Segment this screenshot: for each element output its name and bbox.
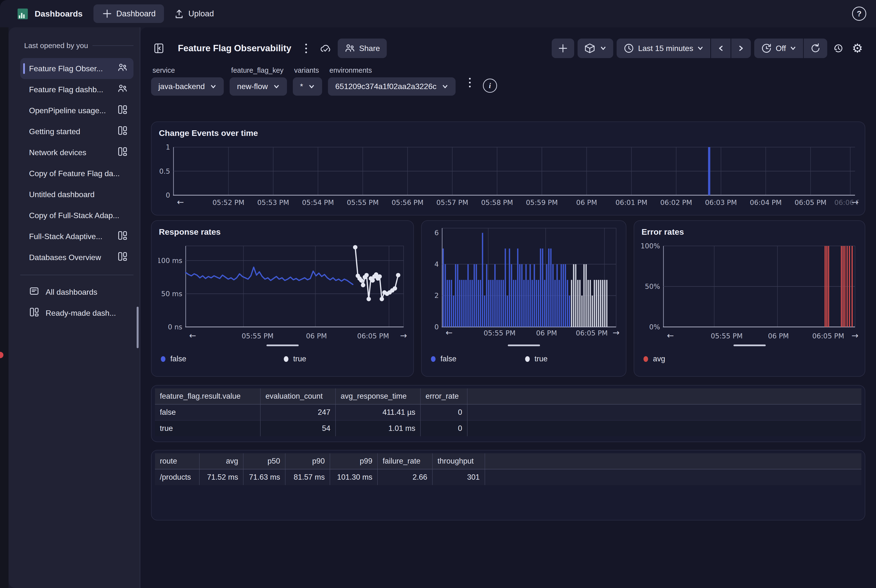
svg-text:05:56 PM: 05:56 PM	[392, 199, 424, 207]
filter-dropdown[interactable]: 651209c374a1f02aa2a3226c	[328, 77, 456, 96]
history-button[interactable]	[831, 39, 846, 58]
sidebar-scrollbar[interactable]	[136, 307, 139, 348]
dashboard-title: Feature Flag Observability	[178, 43, 291, 53]
filter-label: feature_flag_key	[231, 66, 287, 74]
error-rates-chart[interactable]: 0%50%100%05:55 PM06 PM06:05 PM←→	[641, 243, 859, 343]
timeframe-forward-button[interactable]	[731, 39, 751, 58]
sidebar-item-all-dashboards[interactable]: All dashboards	[20, 282, 134, 303]
legend-dot	[644, 356, 648, 362]
sidebar-item-dashboard[interactable]: Copy of Full-Stack Adap...	[20, 205, 134, 226]
upload-button[interactable]: Upload	[167, 4, 220, 23]
sidebar-divider	[20, 275, 134, 275]
svg-text:05:53 PM: 05:53 PM	[257, 199, 289, 207]
timeframe-label: Last 15 minutes	[638, 44, 693, 53]
evaluations-chart[interactable]: 024605:55 PM06 PM06:05 PM←→	[429, 226, 620, 338]
row-filler	[467, 420, 861, 436]
charts-row: Response rates 0 ns50 ms100 ms05:55 PM06…	[151, 220, 865, 377]
share-button[interactable]: Share	[338, 39, 387, 58]
dashboard-name: Network devices	[29, 148, 86, 157]
sidebar-item-dashboard[interactable]: Feature Flag dashb...	[20, 79, 134, 100]
svg-text:0 ns: 0 ns	[168, 323, 182, 331]
filter-label: service	[153, 66, 224, 74]
svg-text:06 PM: 06 PM	[576, 199, 597, 207]
legend-item-false[interactable]: false	[161, 354, 186, 363]
legend-item-false[interactable]: false	[431, 354, 456, 363]
column-header[interactable]: route	[155, 453, 200, 469]
tab-new-dashboard[interactable]: Dashboard	[93, 4, 164, 23]
filter-dropdown[interactable]: java-backend	[151, 77, 224, 96]
legend-label: false	[170, 354, 186, 363]
legend-item-avg[interactable]: avg	[644, 354, 665, 363]
column-header[interactable]: feature_flag.result.value	[155, 388, 260, 404]
column-header[interactable]: p90	[285, 453, 330, 469]
svg-text:→: →	[613, 328, 620, 338]
filter-environments: environments651209c374a1f02aa2a3226c	[328, 66, 456, 96]
column-header[interactable]: throughput	[432, 453, 485, 469]
sidebar-section-label: Last opened by you	[24, 42, 88, 50]
tab-label: Dashboard	[116, 9, 156, 18]
svg-text:→: →	[852, 197, 859, 207]
grid-icon	[117, 125, 128, 138]
scope-selector[interactable]	[578, 39, 613, 58]
collapse-sidebar-button[interactable]	[151, 39, 166, 58]
data-table: routeavgp50p90p99failure_ratethroughput/…	[155, 453, 861, 485]
sidebar-item-dashboard[interactable]: Databases Overview	[20, 247, 134, 268]
timeframe-back-button[interactable]	[711, 39, 730, 58]
sidebar-item-dashboard[interactable]: Network devices	[20, 142, 134, 163]
legend-item-true[interactable]: true	[525, 354, 548, 363]
sidebar-item-dashboard[interactable]: OpenPipeline usage...	[20, 100, 134, 121]
sidebar-item-dashboard[interactable]: Full-Stack Adaptive...	[20, 226, 134, 247]
chart-scroll-indicator[interactable]	[508, 345, 540, 346]
dashboard-menu-button[interactable]	[300, 39, 312, 58]
flag-results-table: feature_flag.result.valueevaluation_coun…	[155, 388, 861, 436]
table-row[interactable]: true541.01 ms0	[155, 420, 861, 436]
data-table: feature_flag.result.valueevaluation_coun…	[155, 388, 861, 436]
filter-value: 651209c374a1f02aa2a3226c	[335, 82, 436, 91]
header-controls: Last 15 minutes Off	[552, 39, 865, 58]
table-cell: 71.63 ms	[243, 469, 285, 485]
column-header[interactable]: evaluation_count	[260, 388, 336, 404]
column-header[interactable]: error_rate	[420, 388, 467, 404]
table-row[interactable]: false247411.41 µs0	[155, 404, 861, 420]
table-row[interactable]: /products71.52 ms71.63 ms81.57 ms101.30 …	[155, 469, 861, 485]
help-icon[interactable]: ?	[852, 7, 866, 21]
svg-text:←: ←	[177, 197, 184, 207]
sync-status-button[interactable]	[317, 39, 333, 58]
column-header[interactable]: failure_rate	[378, 453, 432, 469]
table-cell: 301	[432, 469, 485, 485]
chart-scroll-indicator[interactable]	[734, 345, 766, 346]
change-events-chart[interactable]: 00.5105:52 PM05:53 PM05:54 PM05:55 PM05:…	[158, 144, 859, 208]
sidebar-item-dashboard[interactable]: Feature Flag Obser...	[20, 58, 134, 79]
legend-item-true[interactable]: true	[284, 354, 306, 363]
info-icon[interactable]: i	[483, 79, 497, 93]
svg-text:06:05 PM: 06:05 PM	[576, 329, 608, 337]
filter-dropdown[interactable]: *	[293, 77, 322, 96]
auto-refresh-selector[interactable]: Off	[754, 39, 803, 58]
add-tile-button[interactable]	[552, 39, 574, 58]
refresh-button[interactable]	[804, 39, 827, 58]
timeframe-selector[interactable]: Last 15 minutes	[616, 39, 710, 58]
sidebar-item-ready-made-dash[interactable]: Ready-made dash...	[20, 303, 134, 324]
column-header[interactable]: avg	[200, 453, 243, 469]
panel-routes-table: routeavgp50p90p99failure_ratethroughput/…	[151, 450, 865, 520]
sidebar-item-dashboard[interactable]: Untitled dashboard	[20, 184, 134, 205]
plus-icon	[102, 8, 112, 19]
nav-label: Ready-made dash...	[46, 309, 116, 318]
column-header[interactable]: p50	[243, 453, 285, 469]
chevron-down-icon	[308, 84, 315, 89]
legend-label: true	[535, 354, 548, 363]
svg-text:06:05 PM: 06:05 PM	[357, 332, 389, 340]
column-header[interactable]: avg_response_time	[336, 388, 420, 404]
sidebar-item-dashboard[interactable]: Getting started	[20, 121, 134, 142]
filter-dropdown[interactable]: new-flow	[230, 77, 287, 96]
response-rates-chart[interactable]: 0 ns50 ms100 ms05:55 PM06 PM06:05 PM←→	[158, 243, 408, 343]
row-filler	[485, 469, 861, 485]
column-header[interactable]: p99	[330, 453, 378, 469]
settings-button[interactable]: ⚙	[850, 39, 865, 58]
sidebar-item-dashboard[interactable]: Copy of Feature Flag da...	[20, 163, 134, 184]
folder-icon	[29, 286, 39, 298]
svg-text:05:52 PM: 05:52 PM	[213, 199, 244, 207]
chart-scroll-indicator[interactable]	[267, 345, 298, 346]
filter-menu-button[interactable]	[464, 73, 476, 92]
svg-text:0: 0	[434, 323, 439, 331]
